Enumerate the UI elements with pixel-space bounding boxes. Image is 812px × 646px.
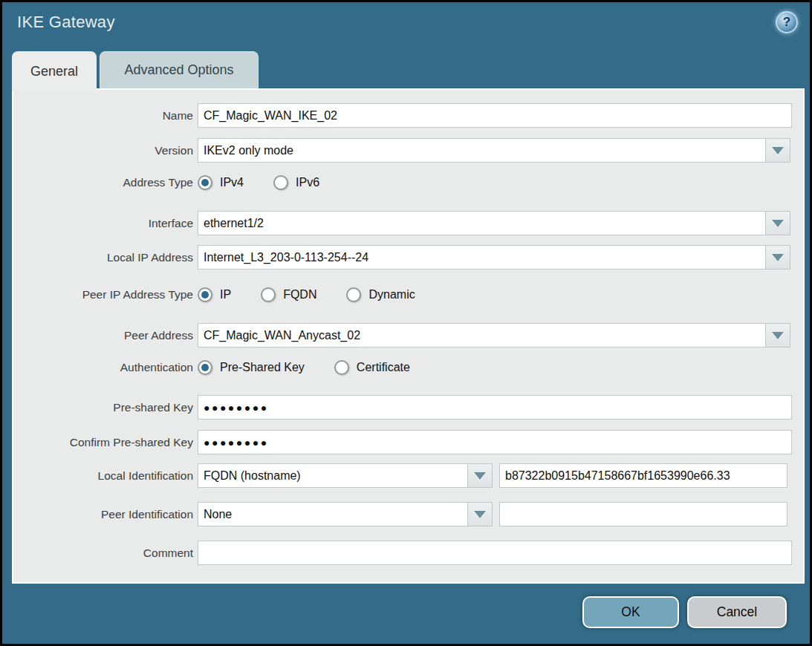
confirm-pre-shared-key-input[interactable] [198,430,792,454]
version-select-input[interactable] [198,138,766,163]
radio-ip[interactable]: IP [198,287,231,302]
cancel-button[interactable]: Cancel [687,596,787,628]
radio-ipv4[interactable]: IPv4 [198,175,244,190]
local-ip-address-select-input[interactable] [198,245,766,270]
peer-identification-type-select-input[interactable] [198,502,468,526]
chevron-down-icon [772,220,784,227]
radio-fqdn-circle[interactable] [261,287,276,302]
authentication-row: Authentication Pre-Shared Key Certificat… [13,358,440,377]
local-identification-label: Local Identification [13,469,193,483]
confirm-pre-shared-key-row: Confirm Pre-shared Key [13,430,792,454]
chevron-down-icon [772,147,784,154]
version-label: Version [13,144,193,157]
peer-ip-address-type-row: Peer IP Address Type IP FQDN Dynamic [13,285,445,304]
radio-pre-shared-key-circle[interactable] [198,360,212,375]
interface-row: Interface [13,211,790,235]
peer-ip-address-type-label: Peer IP Address Type [13,288,193,301]
name-input[interactable] [198,103,792,128]
tab-general[interactable]: General [12,51,97,91]
peer-identification-label: Peer Identification [13,508,193,521]
version-dropdown-button[interactable] [765,138,790,163]
general-tab-panel: Name Version Address Type IPv4 [12,88,805,584]
radio-pre-shared-key[interactable]: Pre-Shared Key [198,360,305,375]
peer-address-row: Peer Address [13,323,790,348]
name-label: Name [13,109,193,123]
peer-address-label: Peer Address [13,329,193,342]
help-icon[interactable]: ? [776,11,798,33]
chevron-down-icon [474,511,486,518]
radio-ipv6-circle[interactable] [273,175,288,190]
local-identification-value-input[interactable] [499,463,787,488]
peer-address-select-input[interactable] [198,323,766,348]
radio-ipv4-circle[interactable] [198,175,212,190]
dialog-title: IKE Gateway [17,13,115,32]
pre-shared-key-input[interactable] [198,395,792,420]
comment-input[interactable] [198,541,792,565]
local-identification-dropdown-button[interactable] [467,463,493,488]
local-ip-address-dropdown-button[interactable] [765,245,790,270]
local-ip-address-row: Local IP Address [13,245,790,270]
ok-button[interactable]: OK [582,596,679,628]
authentication-label: Authentication [13,361,193,374]
local-identification-row: Local Identification [13,463,787,488]
ike-gateway-dialog: IKE Gateway ? General Advanced Options N… [0,0,812,646]
radio-ip-circle[interactable] [198,287,212,302]
tab-advanced-options[interactable]: Advanced Options [100,51,259,88]
comment-row: Comment [13,541,792,565]
chevron-down-icon [474,472,486,480]
peer-identification-row: Peer Identification [13,502,787,526]
radio-ipv6[interactable]: IPv6 [273,175,319,190]
pre-shared-key-label: Pre-shared Key [13,401,193,414]
name-row: Name [13,103,792,128]
radio-dynamic-circle[interactable] [346,287,361,302]
pre-shared-key-row: Pre-shared Key [13,395,792,420]
peer-identification-dropdown-button[interactable] [467,502,493,526]
local-identification-type-select-input[interactable] [198,463,468,488]
local-ip-address-label: Local IP Address [13,251,193,264]
peer-identification-value-input[interactable] [499,502,787,526]
radio-certificate[interactable]: Certificate [334,360,410,375]
radio-certificate-circle[interactable] [334,360,349,375]
peer-address-dropdown-button[interactable] [765,323,790,348]
address-type-row: Address Type IPv4 IPv6 [13,173,349,192]
comment-label: Comment [13,547,193,560]
version-row: Version [13,138,790,163]
confirm-pre-shared-key-label: Confirm Pre-shared Key [13,436,193,449]
chevron-down-icon [772,254,784,261]
interface-dropdown-button[interactable] [765,211,790,235]
interface-select-input[interactable] [198,211,766,235]
radio-fqdn[interactable]: FQDN [261,287,316,302]
address-type-label: Address Type [13,176,193,189]
chevron-down-icon [772,332,784,339]
radio-dynamic[interactable]: Dynamic [346,287,415,302]
interface-label: Interface [13,217,193,230]
